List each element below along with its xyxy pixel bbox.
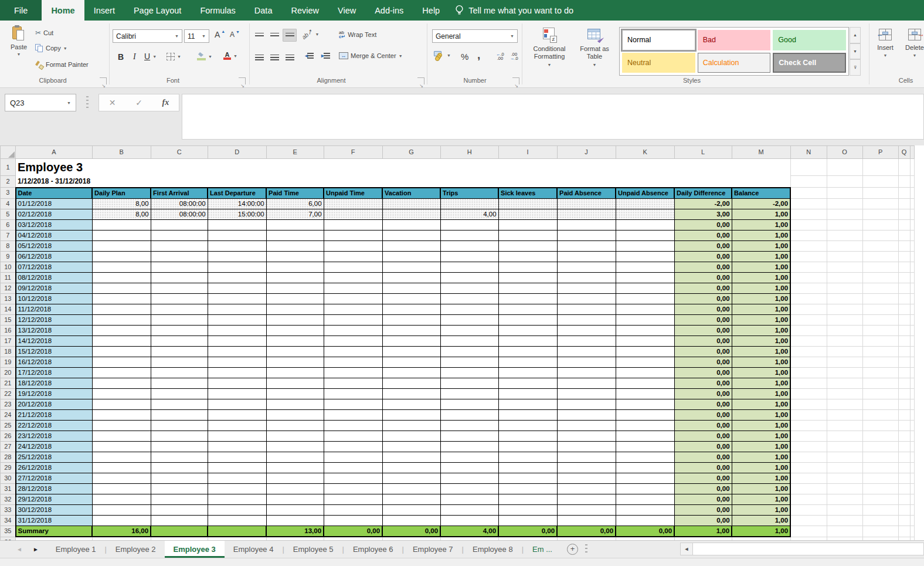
cell[interactable]	[862, 388, 898, 399]
cell[interactable]	[827, 293, 862, 304]
cell[interactable]	[151, 335, 208, 346]
cell[interactable]: 1,00	[674, 526, 732, 537]
conditional-formatting-button[interactable]: ≠ Conditional Formatting ▼	[528, 28, 571, 67]
row-header-2[interactable]: 2	[1, 176, 16, 188]
cell[interactable]	[790, 262, 827, 272]
cell[interactable]	[208, 420, 266, 431]
cell[interactable]	[382, 388, 440, 399]
cell[interactable]: 0,00	[674, 304, 732, 314]
cell[interactable]	[151, 473, 208, 483]
cell[interactable]	[440, 262, 498, 272]
cell[interactable]: 02/12/2018	[16, 209, 93, 219]
cell[interactable]	[382, 399, 440, 409]
cell[interactable]	[557, 198, 616, 209]
cell[interactable]	[557, 176, 616, 188]
cell[interactable]	[498, 159, 557, 176]
cell[interactable]: 06/12/2018	[16, 251, 93, 262]
cell[interactable]: 1,00	[732, 409, 790, 420]
cell[interactable]	[92, 304, 151, 314]
cell[interactable]	[616, 325, 674, 335]
cell[interactable]	[266, 293, 324, 304]
cell[interactable]	[862, 283, 898, 293]
cell[interactable]	[898, 431, 910, 441]
cell[interactable]	[827, 198, 862, 209]
align-left-button[interactable]	[252, 51, 266, 64]
cell[interactable]: Daily Plan	[92, 188, 151, 199]
cell[interactable]	[440, 399, 498, 409]
cell[interactable]	[208, 346, 266, 357]
cell[interactable]	[324, 357, 382, 367]
cell[interactable]	[910, 526, 914, 537]
cell[interactable]	[910, 240, 914, 251]
cell[interactable]	[440, 176, 498, 188]
cell[interactable]: 1,00	[732, 452, 790, 462]
cell[interactable]	[92, 357, 151, 367]
cell[interactable]	[862, 230, 898, 240]
cell[interactable]	[557, 473, 616, 483]
borders-button[interactable]: ▼	[167, 53, 181, 60]
cell[interactable]	[790, 293, 827, 304]
gallery-more-icon[interactable]: ⊽	[850, 59, 861, 76]
cell[interactable]	[266, 504, 324, 515]
cell[interactable]	[898, 325, 910, 335]
cell[interactable]	[898, 483, 910, 494]
cell[interactable]: 1,00	[732, 357, 790, 367]
cell[interactable]	[382, 198, 440, 209]
cell[interactable]	[827, 526, 862, 537]
cell[interactable]	[910, 399, 914, 409]
style-good[interactable]: Good	[773, 30, 846, 50]
cell[interactable]	[910, 219, 914, 230]
cell[interactable]	[266, 219, 324, 230]
cell[interactable]	[208, 515, 266, 526]
cell[interactable]	[324, 209, 382, 219]
select-all-corner[interactable]	[1, 146, 16, 159]
cell[interactable]	[324, 367, 382, 378]
cell[interactable]	[208, 367, 266, 378]
row-header-25[interactable]: 25	[1, 420, 16, 431]
row-header-18[interactable]: 18	[1, 346, 16, 357]
column-header-Q[interactable]: Q	[898, 146, 910, 159]
cell[interactable]: 13/12/2018	[16, 325, 93, 335]
cell[interactable]	[557, 494, 616, 504]
cell[interactable]: 1,00	[732, 494, 790, 504]
column-header-J[interactable]: J	[557, 146, 616, 159]
cell[interactable]	[616, 399, 674, 409]
cell[interactable]	[440, 198, 498, 209]
cell[interactable]: 1,00	[732, 251, 790, 262]
cell[interactable]	[557, 462, 616, 473]
cell[interactable]	[910, 314, 914, 325]
cell[interactable]	[382, 431, 440, 441]
cell[interactable]: 1,00	[732, 515, 790, 526]
cell[interactable]	[910, 209, 914, 219]
increase-decimal-button[interactable]: ←.0.00	[496, 53, 504, 60]
cell[interactable]	[862, 251, 898, 262]
sheet-tab-employee-3[interactable]: Employee 3	[165, 541, 225, 558]
delete-cells-button[interactable]: → Delete ▼	[902, 28, 924, 57]
cell[interactable]	[898, 378, 910, 388]
cell[interactable]	[498, 494, 557, 504]
cell[interactable]	[862, 441, 898, 452]
cell[interactable]	[827, 431, 862, 441]
cell[interactable]	[92, 314, 151, 325]
cell[interactable]: 1,00	[732, 378, 790, 388]
cell[interactable]	[862, 526, 898, 537]
cell[interactable]	[208, 431, 266, 441]
sheet-tab-employee-4[interactable]: Employee 4	[225, 541, 283, 558]
cell[interactable]: 18/12/2018	[16, 378, 93, 388]
cell[interactable]	[382, 159, 440, 176]
cell[interactable]	[92, 272, 151, 283]
row-header-5[interactable]: 5	[1, 209, 16, 219]
cell[interactable]: 0,00	[674, 441, 732, 452]
cell[interactable]: 09/12/2018	[16, 283, 93, 293]
cell[interactable]	[92, 483, 151, 494]
cell[interactable]	[324, 441, 382, 452]
cell[interactable]	[616, 293, 674, 304]
cell[interactable]	[862, 494, 898, 504]
cell[interactable]	[382, 483, 440, 494]
cell[interactable]	[862, 357, 898, 367]
cell[interactable]: 0,00	[674, 420, 732, 431]
cell[interactable]	[790, 378, 827, 388]
cell[interactable]	[266, 304, 324, 314]
cell[interactable]	[898, 526, 910, 537]
cell[interactable]	[208, 325, 266, 335]
